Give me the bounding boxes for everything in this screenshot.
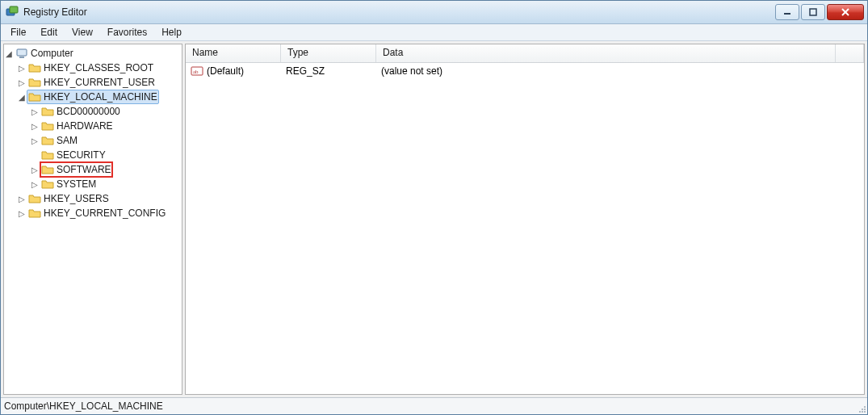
- tree-item-hkcc[interactable]: ▷ HKEY_CURRENT_CONFIG: [4, 206, 182, 220]
- expand-icon: [30, 151, 40, 160]
- folder-icon: [28, 90, 41, 103]
- svg-rect-3: [810, 9, 816, 15]
- svg-point-10: [864, 411, 866, 413]
- string-value-icon: ab: [191, 65, 203, 78]
- tree-label: SAM: [57, 135, 78, 146]
- expand-icon[interactable]: ▷: [17, 195, 27, 203]
- folder-icon: [41, 105, 54, 118]
- tree-item-hklm[interactable]: ◢ HKEY_LOCAL_MACHINE: [4, 90, 182, 104]
- collapse-icon[interactable]: ◢: [17, 93, 27, 102]
- computer-icon: [15, 47, 28, 60]
- menu-file[interactable]: File: [4, 25, 32, 40]
- menu-favorites[interactable]: Favorites: [101, 25, 153, 40]
- tree-label: HKEY_CURRENT_USER: [44, 77, 155, 88]
- resize-grip-icon[interactable]: [855, 402, 866, 413]
- folder-icon: [41, 163, 54, 176]
- expand-icon[interactable]: ▷: [17, 209, 27, 218]
- tree-label: HARDWARE: [57, 120, 113, 132]
- tree-root-computer[interactable]: ◢ Computer: [4, 46, 182, 61]
- tree-label: SECURITY: [57, 149, 106, 161]
- tree-panel[interactable]: ◢ Computer ▷ HKEY_CLASSES_ROOT: [3, 44, 182, 395]
- tree-item-hku[interactable]: ▷ HKEY_USERS: [4, 191, 182, 206]
- folder-icon: [28, 207, 41, 220]
- svg-point-11: [862, 411, 863, 413]
- value-name: (Default): [207, 65, 244, 77]
- status-path: Computer\HKEY_LOCAL_MACHINE: [4, 400, 163, 412]
- svg-rect-6: [17, 49, 27, 56]
- svg-point-14: [862, 409, 863, 410]
- titlebar[interactable]: Registry Editor: [1, 1, 867, 24]
- tree-item-sam[interactable]: ▷ SAM: [4, 133, 182, 148]
- tree-label: BCD00000000: [57, 106, 120, 117]
- close-button[interactable]: [827, 4, 864, 20]
- value-type: REG_SZ: [281, 65, 376, 77]
- value-row[interactable]: ab (Default) REG_SZ (value not set): [186, 63, 864, 79]
- svg-rect-1: [10, 6, 18, 13]
- tree-label: HKEY_LOCAL_MACHINE: [44, 91, 157, 103]
- tree-item-software[interactable]: ▷ SOFTWARE: [4, 162, 182, 177]
- menu-edit[interactable]: Edit: [34, 25, 64, 40]
- statusbar: Computer\HKEY_LOCAL_MACHINE: [1, 397, 867, 414]
- column-header-type[interactable]: Type: [281, 44, 376, 62]
- expand-icon[interactable]: ▷: [30, 136, 40, 145]
- folder-icon: [41, 178, 54, 191]
- tree-label: HKEY_CURRENT_CONFIG: [44, 208, 166, 219]
- svg-rect-7: [19, 57, 24, 58]
- column-header-spacer: [836, 44, 864, 62]
- tree-label: SOFTWARE: [57, 164, 111, 175]
- menu-view[interactable]: View: [65, 25, 99, 40]
- tree-item-hardware[interactable]: ▷ HARDWARE: [4, 119, 182, 133]
- folder-icon: [28, 61, 41, 74]
- expand-icon[interactable]: ▷: [30, 107, 40, 116]
- expand-icon[interactable]: ▷: [17, 78, 27, 87]
- menubar: File Edit View Favorites Help: [1, 24, 867, 41]
- folder-icon: [41, 149, 54, 161]
- svg-text:ab: ab: [193, 69, 199, 75]
- tree-item-security[interactable]: SECURITY: [4, 148, 182, 162]
- folder-icon: [41, 134, 54, 147]
- folder-icon: [28, 192, 41, 205]
- column-header-data[interactable]: Data: [376, 44, 836, 62]
- folder-icon: [41, 119, 54, 132]
- tree-label: SYSTEM: [57, 178, 96, 190]
- minimize-button[interactable]: [775, 4, 799, 20]
- app-icon: [6, 6, 19, 19]
- tree-item-bcd[interactable]: ▷ BCD00000000: [4, 104, 182, 119]
- folder-icon: [28, 76, 41, 89]
- svg-point-12: [864, 409, 866, 410]
- window-title: Registry Editor: [23, 6, 775, 18]
- expand-icon[interactable]: ▷: [30, 166, 40, 174]
- maximize-button[interactable]: [801, 4, 825, 20]
- svg-point-15: [864, 406, 866, 408]
- svg-point-13: [859, 411, 861, 413]
- tree-item-hkcu[interactable]: ▷ HKEY_CURRENT_USER: [4, 75, 182, 90]
- menu-help[interactable]: Help: [155, 25, 188, 40]
- collapse-icon[interactable]: ◢: [4, 49, 14, 58]
- tree-item-hkcr[interactable]: ▷ HKEY_CLASSES_ROOT: [4, 61, 182, 75]
- values-panel: Name Type Data ab (Default): [185, 44, 865, 395]
- tree-label: HKEY_CLASSES_ROOT: [44, 62, 153, 73]
- expand-icon[interactable]: ▷: [30, 122, 40, 131]
- tree-item-system[interactable]: ▷ SYSTEM: [4, 177, 182, 191]
- column-header-name[interactable]: Name: [186, 44, 281, 62]
- expand-icon[interactable]: ▷: [17, 64, 27, 73]
- tree-label: Computer: [31, 48, 73, 59]
- value-data: (value not set): [376, 65, 864, 77]
- tree-label: HKEY_USERS: [44, 193, 109, 204]
- list-header: Name Type Data: [186, 44, 864, 63]
- expand-icon[interactable]: ▷: [30, 180, 40, 189]
